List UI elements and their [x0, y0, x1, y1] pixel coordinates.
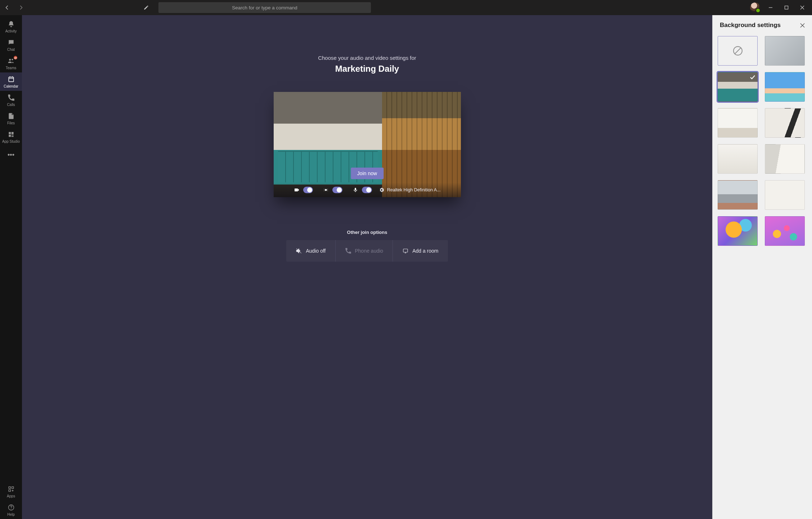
rail-label: Activity	[5, 29, 17, 33]
bg-tile-balloons2[interactable]	[765, 216, 805, 246]
chat-icon	[7, 39, 15, 46]
add-room-label: Add a room	[412, 248, 438, 254]
prejoin-screen: Choose your audio and video settings for…	[22, 15, 712, 519]
device-settings-button[interactable]: Realtek High Definition A...	[378, 187, 441, 193]
rail-item-calendar[interactable]: Calendar	[0, 72, 22, 91]
device-label-text: Realtek High Definition A...	[387, 187, 441, 192]
bg-tile-room1[interactable]	[718, 108, 758, 138]
bg-tile-white[interactable]	[765, 180, 805, 210]
speaker-off-icon	[296, 248, 302, 254]
rail-label: Chat	[7, 48, 15, 52]
rail-item-activity[interactable]: Activity	[0, 17, 22, 36]
background-grid	[713, 35, 812, 251]
rail-item-app-studio[interactable]: App Studio	[0, 128, 22, 146]
rail-label: Help	[7, 513, 15, 516]
bg-tile-room3[interactable]	[718, 144, 758, 174]
panel-close-button[interactable]	[798, 21, 807, 30]
rail-more-button[interactable]: •••	[0, 147, 22, 162]
other-options-label: Other join options	[347, 230, 387, 235]
bg-tile-balloons1[interactable]	[718, 216, 758, 246]
rail-item-apps[interactable]: Apps	[0, 482, 22, 501]
phone-icon	[345, 248, 351, 254]
phone-icon	[7, 94, 15, 102]
microphone-toggle[interactable]	[362, 187, 372, 193]
new-chat-button[interactable]	[141, 3, 151, 13]
bell-icon	[7, 20, 15, 28]
camera-icon	[294, 187, 300, 193]
video-preview-background	[274, 92, 461, 197]
bg-tile-beach[interactable]	[765, 72, 805, 102]
minimize-icon	[768, 5, 773, 10]
rail-label: App Studio	[2, 139, 20, 143]
app-studio-icon	[7, 130, 15, 138]
background-settings-panel: Background settings	[712, 15, 812, 519]
audio-off-button[interactable]: Audio off	[286, 240, 335, 262]
gear-icon	[378, 187, 385, 193]
microphone-icon	[353, 187, 358, 193]
close-icon	[800, 23, 805, 28]
files-icon	[7, 112, 15, 120]
maximize-icon	[784, 5, 789, 10]
rail-label: Teams	[6, 66, 16, 70]
bg-tile-lockers[interactable]	[718, 72, 758, 102]
other-options: Audio off Phone audio Add a room	[286, 240, 448, 262]
help-icon	[7, 504, 15, 511]
mention-badge	[13, 55, 18, 60]
app-rail: Activity Chat Teams Calendar Calls Files…	[0, 15, 22, 519]
svg-rect-3	[403, 249, 408, 252]
window-maximize-button[interactable]	[781, 3, 792, 12]
background-effects-toggle[interactable]	[332, 187, 342, 193]
phone-audio-label: Phone audio	[355, 248, 383, 254]
chevron-left-icon	[5, 5, 10, 10]
video-preview: Join now Realtek High Definition A...	[274, 92, 461, 197]
compose-icon	[143, 5, 149, 10]
bg-tile-blur[interactable]	[765, 36, 805, 66]
audio-off-label: Audio off	[306, 248, 326, 254]
meeting-title: Marketing Daily	[335, 64, 399, 74]
bg-tile-loft[interactable]	[718, 180, 758, 210]
background-effects-icon	[323, 187, 329, 193]
nav-back-button[interactable]	[2, 3, 12, 13]
title-bar: Search for or type a command	[0, 0, 812, 15]
bg-tile-room2[interactable]	[765, 108, 805, 138]
window-minimize-button[interactable]	[765, 3, 776, 12]
panel-title: Background settings	[720, 22, 781, 29]
rail-item-chat[interactable]: Chat	[0, 36, 22, 54]
bg-tile-none[interactable]	[718, 36, 758, 66]
calendar-icon	[7, 75, 15, 83]
close-icon	[800, 5, 804, 10]
svg-rect-0	[785, 6, 788, 9]
rail-label: Calendar	[4, 84, 18, 88]
profile-avatar[interactable]	[750, 3, 760, 13]
search-placeholder: Search for or type a command	[232, 5, 297, 10]
bg-tile-room4[interactable]	[765, 144, 805, 174]
add-room-button[interactable]: Add a room	[393, 240, 448, 262]
rail-label: Apps	[7, 494, 15, 498]
prejoin-controls: Realtek High Definition A...	[274, 183, 461, 197]
phone-audio-button: Phone audio	[336, 240, 393, 262]
nav-forward-button[interactable]	[16, 3, 26, 13]
chevron-right-icon	[18, 5, 23, 10]
none-icon	[732, 45, 744, 57]
rail-item-help[interactable]: Help	[0, 501, 22, 519]
rail-item-files[interactable]: Files	[0, 109, 22, 128]
room-icon	[402, 248, 409, 254]
prejoin-caption: Choose your audio and video settings for	[318, 55, 416, 61]
svg-point-2	[11, 508, 12, 509]
camera-toggle[interactable]	[303, 187, 313, 193]
rail-label: Files	[7, 121, 15, 125]
check-icon	[749, 74, 756, 80]
join-now-button[interactable]: Join now	[351, 168, 383, 179]
window-close-button[interactable]	[797, 3, 808, 12]
rail-label: Calls	[7, 103, 15, 107]
rail-item-calls[interactable]: Calls	[0, 91, 22, 109]
apps-icon	[7, 485, 15, 493]
search-input[interactable]: Search for or type a command	[158, 2, 371, 13]
rail-item-teams[interactable]: Teams	[0, 54, 22, 72]
